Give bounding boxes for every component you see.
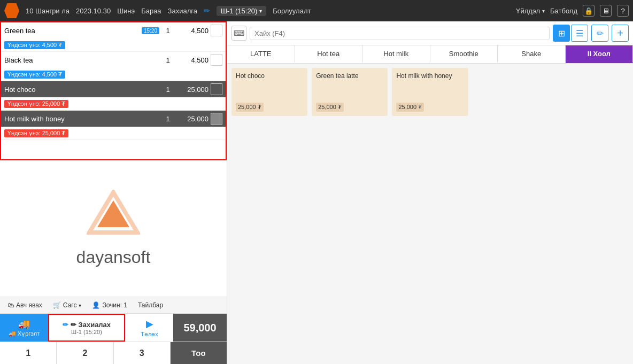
station-label: Ш-1 (15:20) xyxy=(221,7,257,15)
delivery-button[interactable]: 🚚 🚚 Хүргэлт xyxy=(0,314,48,342)
keyboard-icon-box: ⌨ xyxy=(231,26,246,41)
tab-smoothie[interactable]: Smoothie xyxy=(430,45,498,63)
plus-icon: + xyxy=(617,27,623,40)
order-station: Ш-1 (15:20) xyxy=(71,329,102,335)
menu-new[interactable]: Шинэ xyxy=(117,7,135,15)
grid-view-button[interactable]: ⊞ xyxy=(553,25,570,42)
item-qty: 1 xyxy=(161,56,174,64)
view-buttons: ⊞ ☰ xyxy=(553,25,588,42)
product-card[interactable]: Green tea latte 25,000 ₮ xyxy=(312,68,388,116)
order-item[interactable]: Hot choco 1 25,000 Үндсэн үнэ: 25,000 ₮ xyxy=(1,81,226,111)
help-icon-box[interactable]: ? xyxy=(617,5,629,17)
store-name[interactable]: 10 Шангри ла xyxy=(26,7,70,15)
order-item[interactable]: Hot milk with honey 1 25,000 Үндсэн үнэ:… xyxy=(1,111,226,140)
topnav-right: Үйлдэл ▾ Батболд 🔒 🖥 ? xyxy=(516,5,629,17)
question-icon: ? xyxy=(621,7,624,15)
product-card[interactable]: Hot choco 25,000 ₮ xyxy=(231,68,307,116)
item-price: 25,000 xyxy=(176,115,209,123)
order-item[interactable]: Green tea 15:20 1 4,500 Үндсэн үнэ: 4,50… xyxy=(1,22,226,52)
station-selector[interactable]: Ш-1 (15:20) ▾ xyxy=(217,6,266,16)
too-button[interactable]: Тоо xyxy=(171,342,227,364)
date[interactable]: 2023.10.30 xyxy=(76,7,111,15)
time-badge: 15:20 xyxy=(142,27,159,34)
truck-icon: 🚚 xyxy=(18,318,30,330)
cart-button[interactable]: 🛒 Сагс ▾ xyxy=(50,300,85,310)
item-name: Hot milk with honey xyxy=(4,115,159,123)
logo-area: dayansoft xyxy=(0,160,227,297)
num-2-button[interactable]: 2 xyxy=(57,342,113,364)
item-sub-price: Үндсэн үнэ: 25,000 ₮ xyxy=(4,100,68,108)
item-qty: 1 xyxy=(161,115,174,123)
numpad-row: 1 2 3 Тоо xyxy=(0,342,227,364)
item-price: 4,500 xyxy=(176,56,209,64)
product-name: Green tea latte xyxy=(316,72,383,80)
product-price: 25,000 ₮ xyxy=(236,103,264,112)
item-checkbox[interactable] xyxy=(211,25,222,36)
chevron-down-icon: ▾ xyxy=(259,8,262,14)
item-checkbox[interactable] xyxy=(211,83,222,95)
person-icon: 👤 xyxy=(92,301,100,309)
user-menu[interactable]: Батболд xyxy=(550,7,577,15)
item-checkbox[interactable] xyxy=(211,54,222,66)
cart-icon: 🛒 xyxy=(53,301,61,309)
monitor-icon-box[interactable]: 🖥 xyxy=(600,5,612,17)
brand-logo xyxy=(87,190,140,243)
product-name: Hot choco xyxy=(236,72,303,80)
num-3-button[interactable]: 3 xyxy=(114,342,171,364)
tab-shake[interactable]: Shake xyxy=(498,45,566,63)
takeaway-button[interactable]: 🛍 Авч явах xyxy=(4,300,45,310)
bottom-main-row: 🚚 🚚 Хүргэлт ✏ ✏ Захиалах Ш-1 (15:20) ▶ Т… xyxy=(0,314,227,342)
actions-menu[interactable]: Үйлдэл ▾ xyxy=(516,7,545,15)
item-sub-price: Үндсэн үнэ: 25,000 ₮ xyxy=(4,129,68,137)
bottom-actions-row: 🛍 Авч явах 🛒 Сагс ▾ 👤 Зочин: 1 Тайлбар xyxy=(0,297,227,314)
order-total: 59,000 xyxy=(173,314,227,342)
search-bar: ⌨ ⊞ ☰ ✏ + xyxy=(227,21,633,45)
topnav: 10 Шангри ла 2023.10.30 Шинэ Бараа Захиа… xyxy=(0,0,633,21)
item-sub-price: Үндсэн үнэ: 4,500 ₮ xyxy=(4,71,65,79)
app-logo[interactable] xyxy=(4,3,19,18)
item-qty: 1 xyxy=(161,27,174,35)
product-grid: Hot choco 25,000 ₮ Green tea latte 25,00… xyxy=(227,64,633,364)
order-item[interactable]: Black tea 1 4,500 Үндсэн үнэ: 4,500 ₮ xyxy=(1,52,226,81)
lock-icon-box[interactable]: 🔒 xyxy=(583,5,595,17)
item-checkbox[interactable] xyxy=(211,113,222,125)
tab-hot-milk[interactable]: Hot milk xyxy=(362,45,430,63)
menu-orders[interactable]: Захиалга xyxy=(168,7,197,15)
item-name: Black tea xyxy=(4,56,159,64)
order-button[interactable]: ✏ ✏ Захиалах Ш-1 (15:20) xyxy=(48,314,125,342)
bag-icon: 🛍 xyxy=(7,301,14,309)
search-input[interactable] xyxy=(250,27,550,40)
chevron-down-icon: ▾ xyxy=(79,303,81,308)
pencil-icon: ✏ xyxy=(597,28,604,38)
edit-button[interactable]: ✏ xyxy=(591,25,608,42)
item-price: 4,500 xyxy=(176,27,209,35)
send-button[interactable]: ▶ Төлөх xyxy=(125,314,173,342)
guest-button[interactable]: 👤 Зочин: 1 xyxy=(89,300,130,310)
num-1-button[interactable]: 1 xyxy=(0,342,57,364)
add-button[interactable]: + xyxy=(612,25,629,42)
keyboard-icon: ⌨ xyxy=(234,29,244,37)
right-panel: ⌨ ⊞ ☰ ✏ + LATTE Hot tea Hot milk Smoothi… xyxy=(227,21,633,364)
left-panel: Green tea 15:20 1 4,500 Үндсэн үнэ: 4,50… xyxy=(0,21,227,364)
product-card[interactable]: Hot milk with honey 25,000 ₮ xyxy=(392,68,468,116)
product-price: 25,000 ₮ xyxy=(316,103,344,112)
chevron-down-icon: ▾ xyxy=(542,8,545,14)
bottom-area: 🛍 Авч явах 🛒 Сагс ▾ 👤 Зочин: 1 Тайлбар xyxy=(0,297,227,364)
order-list: Green tea 15:20 1 4,500 Үндсэн үнэ: 4,50… xyxy=(0,21,227,160)
list-view-button[interactable]: ☰ xyxy=(571,25,588,42)
arrow-right-icon: ▶ xyxy=(146,318,153,330)
menu-products[interactable]: Бараа xyxy=(141,7,161,15)
tab-food[interactable]: II Хоол xyxy=(566,45,634,63)
item-qty: 1 xyxy=(161,86,174,94)
pencil-icon: ✏ xyxy=(63,321,68,329)
item-price: 25,000 xyxy=(176,86,209,94)
note-button[interactable]: Тайлбар xyxy=(135,300,166,310)
menu-sales[interactable]: Борлуулалт xyxy=(273,7,311,15)
tab-latte[interactable]: LATTE xyxy=(227,45,295,63)
tab-hot-tea[interactable]: Hot tea xyxy=(295,45,363,63)
send-label: Төлөх xyxy=(141,331,158,338)
category-tabs: LATTE Hot tea Hot milk Smoothie Shake II… xyxy=(227,45,633,64)
product-price: 25,000 ₮ xyxy=(396,103,424,112)
item-name: Hot choco xyxy=(4,86,159,94)
brand-name: dayansoft xyxy=(76,247,151,267)
